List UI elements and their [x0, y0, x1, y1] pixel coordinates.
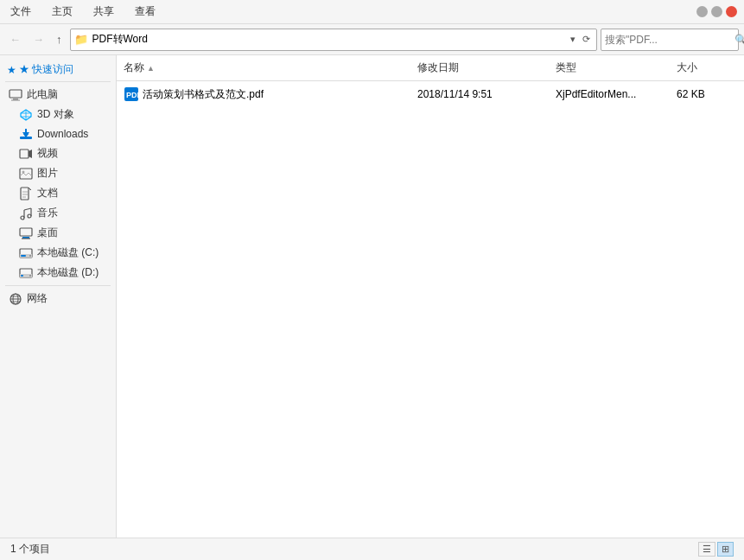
- file-name: 活动策划书格式及范文.pdf: [143, 87, 264, 102]
- svg-rect-36: [21, 275, 23, 277]
- desktop-icon: [19, 226, 33, 240]
- downloads-label: Downloads: [37, 128, 88, 140]
- maximize-button[interactable]: [711, 6, 722, 17]
- search-input[interactable]: [605, 34, 734, 46]
- music-label: 音乐: [37, 206, 58, 220]
- sidebar-item-network[interactable]: 网络: [0, 289, 116, 309]
- menu-home[interactable]: 主页: [48, 3, 76, 21]
- file-size: 62 KB: [670, 86, 739, 102]
- disk-c-icon: [19, 246, 33, 260]
- address-bar[interactable]: 📁 ▾ ⟳: [70, 29, 598, 51]
- svg-rect-26: [20, 228, 32, 236]
- menu-share[interactable]: 共享: [90, 3, 118, 21]
- address-bar-right: ▾ ⟳: [568, 33, 593, 46]
- sidebar-item-music[interactable]: 音乐: [0, 203, 116, 223]
- network-icon: [9, 292, 22, 306]
- back-button[interactable]: ←: [5, 30, 25, 48]
- view-buttons: ☰ ⊞: [698, 542, 734, 557]
- network-label: 网络: [27, 291, 48, 306]
- sidebar-item-documents[interactable]: 文档: [0, 183, 116, 203]
- sidebar-item-3d-objects[interactable]: 3D 对象: [0, 105, 116, 124]
- view-grid-button[interactable]: ⊞: [717, 542, 734, 557]
- file-date: 2018/11/14 9:51: [410, 86, 549, 102]
- toolbar: ← → ↑ 📁 ▾ ⟳ 🔍: [0, 24, 744, 55]
- 3d-objects-label: 3D 对象: [37, 107, 74, 122]
- svg-rect-11: [20, 150, 29, 158]
- sidebar-item-this-pc[interactable]: 此电脑: [0, 85, 116, 105]
- status-count: 1 个项目: [10, 542, 50, 557]
- header-type[interactable]: 类型: [549, 59, 670, 77]
- search-icon: 🔍: [734, 34, 744, 46]
- address-refresh-button[interactable]: ⟳: [580, 33, 593, 46]
- pdf-file-icon: PDF: [124, 86, 139, 102]
- file-type: XjPdfEditorMen...: [549, 86, 670, 102]
- search-bar[interactable]: 🔍: [601, 29, 739, 51]
- svg-point-31: [29, 255, 31, 257]
- view-list-button[interactable]: ☰: [698, 542, 715, 557]
- star-icon: ★: [7, 64, 16, 76]
- svg-rect-13: [20, 169, 32, 179]
- sidebar-item-desktop[interactable]: 桌面: [0, 223, 116, 243]
- svg-point-35: [29, 275, 31, 277]
- sidebar-item-downloads[interactable]: Downloads: [0, 124, 116, 143]
- svg-point-21: [21, 216, 24, 220]
- menu-file[interactable]: 文件: [7, 3, 35, 21]
- header-name[interactable]: 名称 ▲: [117, 59, 410, 77]
- 3d-icon: [19, 108, 33, 122]
- close-button[interactable]: [726, 6, 737, 17]
- pc-icon: [9, 88, 22, 102]
- sidebar-item-quick-access[interactable]: ★ ★ 快速访问: [0, 59, 116, 79]
- main-area: ★ ★ 快速访问 此电脑: [0, 55, 744, 538]
- header-size[interactable]: 大小: [670, 59, 739, 77]
- desktop-label: 桌面: [37, 226, 58, 240]
- svg-rect-32: [21, 255, 26, 257]
- music-icon: [19, 207, 33, 220]
- document-icon: [19, 187, 33, 200]
- pictures-label: 图片: [37, 166, 58, 181]
- forward-button[interactable]: →: [29, 30, 48, 48]
- sidebar: ★ ★ 快速访问 此电脑: [0, 55, 117, 538]
- address-input[interactable]: [92, 34, 569, 46]
- svg-line-25: [24, 208, 31, 210]
- local-c-label: 本地磁盘 (C:): [37, 245, 99, 260]
- address-dropdown-button[interactable]: ▾: [568, 33, 578, 46]
- this-pc-label: 此电脑: [27, 87, 58, 102]
- header-date[interactable]: 修改日期: [410, 59, 549, 77]
- quick-access-label: ★ 快速访问: [19, 62, 73, 77]
- sidebar-item-local-c[interactable]: 本地磁盘 (C:): [0, 243, 116, 263]
- documents-label: 文档: [37, 186, 58, 200]
- local-d-label: 本地磁盘 (D:): [37, 265, 99, 280]
- window-controls: [696, 6, 737, 17]
- sidebar-item-pictures[interactable]: 图片: [0, 163, 116, 183]
- picture-icon: [19, 167, 33, 181]
- folder-icon: 📁: [74, 33, 88, 46]
- minimize-button[interactable]: [696, 6, 708, 17]
- svg-rect-0: [10, 90, 22, 98]
- sidebar-divider-1: [5, 81, 111, 82]
- video-icon: [19, 147, 33, 161]
- file-list-header: 名称 ▲ 修改日期 类型 大小: [117, 55, 744, 81]
- disk-d-icon: [19, 266, 33, 280]
- svg-rect-15: [21, 188, 29, 200]
- up-button[interactable]: ↑: [52, 30, 67, 48]
- menu-bar: 文件 主页 共享 查看: [0, 0, 744, 24]
- sidebar-divider-2: [5, 285, 111, 286]
- menu-view[interactable]: 查看: [131, 3, 159, 21]
- videos-label: 视频: [37, 146, 58, 161]
- downloads-icon: [19, 127, 33, 141]
- file-name-cell: PDF 活动策划书格式及范文.pdf: [117, 85, 410, 104]
- file-area: 名称 ▲ 修改日期 类型 大小 PDF 活动策划书格式及范文.pdf 2018/…: [117, 55, 744, 538]
- sidebar-item-local-d[interactable]: 本地磁盘 (D:): [0, 263, 116, 283]
- sidebar-item-videos[interactable]: 视频: [0, 143, 116, 163]
- table-row[interactable]: PDF 活动策划书格式及范文.pdf 2018/11/14 9:51 XjPdf…: [117, 81, 744, 108]
- svg-text:PDF: PDF: [126, 91, 139, 99]
- svg-rect-9: [25, 129, 27, 134]
- status-bar: 1 个项目 ☰ ⊞: [0, 538, 744, 560]
- sort-arrow: ▲: [147, 64, 155, 73]
